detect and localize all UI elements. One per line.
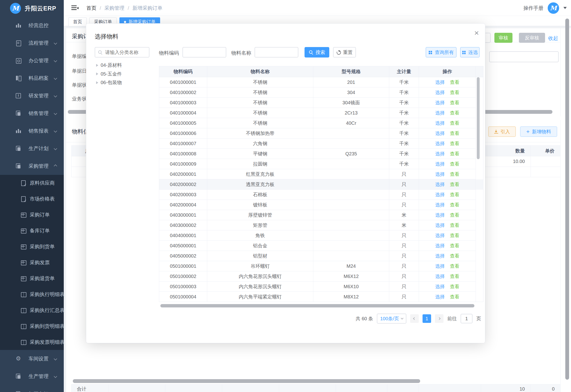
- material-row[interactable]: 0404000001 角铁 只 选择 查看: [159, 230, 483, 241]
- sidebar-item[interactable]: 采购执行汇总表: [0, 302, 64, 318]
- view-link[interactable]: 查看: [450, 90, 459, 95]
- add-material-button[interactable]: + 新增物料: [520, 126, 557, 137]
- view-link[interactable]: 查看: [450, 131, 459, 136]
- import-button[interactable]: 引入: [488, 126, 516, 137]
- material-row[interactable]: 0401000006 不锈钢加热带 千米 选择 查看: [159, 128, 483, 139]
- view-link[interactable]: 查看: [450, 294, 459, 299]
- code-filter-input[interactable]: [182, 47, 226, 57]
- material-row[interactable]: 0501000001 吊环螺钉 M24 只 选择 查看: [159, 261, 483, 271]
- select-link[interactable]: 选择: [435, 212, 445, 218]
- select-link[interactable]: 选择: [435, 274, 445, 279]
- select-link[interactable]: 选择: [435, 110, 445, 115]
- material-row[interactable]: 0401000004 不锈钢 2Cr13 千米 选择 查看: [159, 108, 483, 118]
- tree-node[interactable]: 05-五金件: [96, 71, 122, 77]
- sidebar-item[interactable]: 销售报表: [0, 122, 64, 140]
- material-row[interactable]: 0501000003 内六角花形沉头螺钉 M6X10 只 选择 查看: [159, 281, 483, 292]
- sidebar-item[interactable]: 原料供应商: [0, 175, 64, 191]
- sidebar-item[interactable]: 备库订单: [0, 223, 64, 238]
- current-page-button[interactable]: 1: [422, 314, 431, 323]
- page-size-select[interactable]: 100条/页: [377, 314, 406, 323]
- material-row[interactable]: 0402000002 透黑亚克力板 只 选择 查看: [159, 179, 483, 190]
- select-link[interactable]: 选择: [435, 80, 445, 85]
- select-link[interactable]: 选择: [435, 141, 445, 146]
- sidebar-item[interactable]: 生产计划: [0, 140, 64, 157]
- sidebar-item[interactable]: 采购到货单: [0, 238, 64, 254]
- multi-select-button[interactable]: 连选: [460, 47, 480, 57]
- sidebar-item[interactable]: 采购发票: [0, 254, 64, 270]
- page-tab[interactable]: 首页: [69, 17, 87, 26]
- search-button[interactable]: 搜索: [304, 47, 329, 57]
- audit-button[interactable]: 审核: [494, 33, 512, 43]
- select-link[interactable]: 选择: [435, 253, 445, 258]
- next-page-button[interactable]: [435, 314, 443, 323]
- sidebar-item[interactable]: 经营总控: [0, 17, 64, 34]
- user-menu-caret-icon[interactable]: [563, 7, 567, 9]
- avatar[interactable]: M: [548, 2, 559, 14]
- category-search-input[interactable]: [95, 47, 150, 57]
- breadcrumb-purchase[interactable]: 采购管理: [105, 5, 124, 11]
- select-link[interactable]: 选择: [435, 161, 445, 167]
- select-link[interactable]: 选择: [435, 171, 445, 177]
- sidebar-item[interactable]: 车间设置: [0, 350, 64, 367]
- select-link[interactable]: 选择: [435, 264, 445, 269]
- select-link[interactable]: 选择: [435, 192, 445, 197]
- sidebar-item[interactable]: 加工车间: [0, 385, 64, 392]
- select-link[interactable]: 选择: [435, 182, 445, 187]
- prev-page-button[interactable]: [410, 314, 419, 323]
- col-header-name[interactable]: 物料名称: [207, 66, 313, 77]
- sidebar-item[interactable]: 采购到货明细表: [0, 318, 64, 334]
- unaudit-button[interactable]: 反审核: [519, 33, 545, 43]
- col-header-code[interactable]: 物料编码: [159, 66, 207, 77]
- view-link[interactable]: 查看: [450, 161, 459, 167]
- view-link[interactable]: 查看: [450, 182, 459, 187]
- sidebar-item[interactable]: 研发管理: [0, 87, 64, 105]
- sidebar-item[interactable]: 流程管理: [0, 34, 64, 52]
- view-link[interactable]: 查看: [450, 100, 459, 105]
- material-row[interactable]: 0403000001 厚壁镀锌管 米 选择 查看: [159, 210, 483, 220]
- sidebar-item[interactable]: 采购发票明细表: [0, 334, 64, 350]
- view-link[interactable]: 查看: [450, 192, 459, 197]
- material-row[interactable]: 0401000005 不锈钢 40Cr 千米 选择 查看: [159, 118, 483, 128]
- view-link[interactable]: 查看: [450, 202, 459, 207]
- material-row[interactable]: 0401000008 平键钢 Q235 千米 选择 查看: [159, 149, 483, 159]
- material-row[interactable]: 0501000002 内六角花形沉头螺钉 M6X12 只 选择 查看: [159, 271, 483, 281]
- sidebar-item[interactable]: 销售管理: [0, 105, 64, 122]
- view-link[interactable]: 查看: [450, 253, 459, 258]
- select-link[interactable]: 选择: [435, 243, 445, 248]
- material-row[interactable]: 0402000001 红黑亚克力板 只 选择 查看: [159, 169, 483, 179]
- view-link[interactable]: 查看: [450, 141, 459, 146]
- name-filter-input[interactable]: [255, 47, 298, 57]
- close-icon[interactable]: ×: [474, 29, 479, 37]
- view-link[interactable]: 查看: [450, 243, 459, 248]
- material-row[interactable]: 0402000003 石棉板 只 选择 查看: [159, 190, 483, 200]
- material-row[interactable]: 0405000002 铝型材 只 选择 查看: [159, 251, 483, 261]
- select-link[interactable]: 选择: [435, 223, 445, 228]
- material-row[interactable]: 0501000004 内六角平端紧定螺钉 M8X12 只 选择 查看: [159, 292, 483, 302]
- sidebar-collapse-icon[interactable]: [71, 5, 78, 11]
- material-row[interactable]: 0401000009 拉圆钢 千米 选择 查看: [159, 159, 483, 169]
- select-link[interactable]: 选择: [435, 284, 445, 289]
- select-link[interactable]: 选择: [435, 202, 445, 207]
- select-link[interactable]: 选择: [435, 233, 445, 238]
- material-row[interactable]: 0401000002 不锈钢 304 千米 选择 查看: [159, 87, 483, 98]
- select-link[interactable]: 选择: [435, 294, 445, 299]
- view-link[interactable]: 查看: [450, 110, 459, 115]
- page-scrollbar[interactable]: [565, 18, 569, 380]
- sidebar-item[interactable]: 采购执行明细表: [0, 286, 64, 302]
- sidebar-item[interactable]: 市场价格表: [0, 191, 64, 207]
- view-link[interactable]: 查看: [450, 80, 459, 85]
- table-horizontal-scrollbar[interactable]: [160, 304, 474, 308]
- select-link[interactable]: 选择: [435, 120, 445, 126]
- view-link[interactable]: 查看: [450, 151, 459, 156]
- reset-button[interactable]: 重置: [333, 47, 356, 57]
- material-row[interactable]: 0402000004 镀锌板 只 选择 查看: [159, 200, 483, 210]
- collapse-link[interactable]: 收起: [548, 35, 558, 42]
- sidebar-item[interactable]: 办公管理: [0, 52, 64, 69]
- select-link[interactable]: 选择: [435, 90, 445, 95]
- sidebar-item[interactable]: 采购管理: [0, 157, 64, 175]
- breadcrumb-home[interactable]: 首页: [86, 5, 96, 11]
- goto-page-input[interactable]: [461, 314, 472, 323]
- view-link[interactable]: 查看: [450, 284, 459, 289]
- material-row[interactable]: 0405000001 铝合金 只 选择 查看: [159, 241, 483, 251]
- sidebar-item[interactable]: 料品档案: [0, 69, 64, 87]
